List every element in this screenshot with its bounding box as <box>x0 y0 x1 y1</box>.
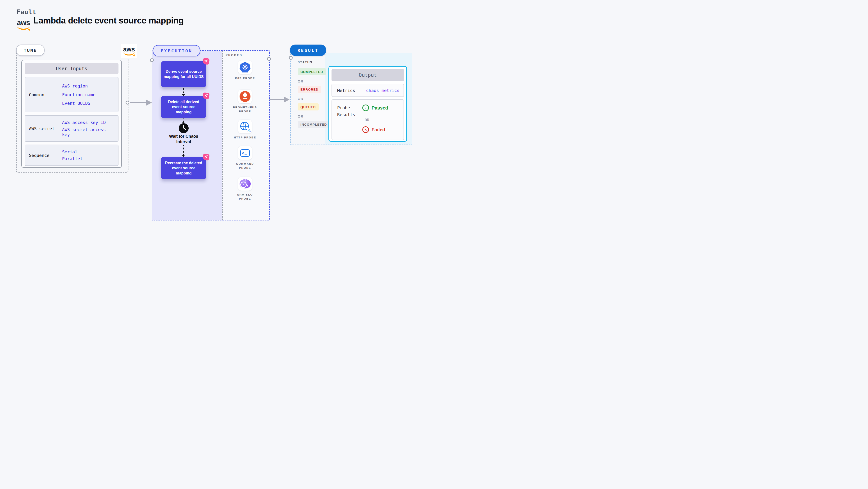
result-badge: RESULT <box>290 44 326 56</box>
probe-results-label: Probe Results <box>337 104 355 118</box>
arrow-head <box>146 99 152 106</box>
user-input-row-common: Common AWS region Function name Event UU… <box>25 77 119 112</box>
passed-label: Passed <box>372 105 388 111</box>
row-label: AWS secret <box>25 116 62 141</box>
probe-card <box>238 90 252 103</box>
srm-slo-icon <box>240 179 251 188</box>
arrow-execution-to-result <box>270 99 284 100</box>
chaos-flag-icon <box>203 153 210 160</box>
connector-port <box>126 101 129 104</box>
chaos-flag-icon <box>203 92 210 99</box>
connector-port <box>150 58 154 62</box>
probe-results-row: Probe Results ✓ Passed OR ✕ Failed <box>332 99 404 140</box>
flow-connector <box>183 145 184 155</box>
status-badge-incompleted: INCOMPLETED <box>298 121 330 128</box>
prometheus-icon <box>240 91 250 102</box>
link-aws-region[interactable]: AWS region <box>62 84 88 88</box>
check-circle-icon: ✓ <box>362 104 369 111</box>
output-box: Output Metrics chaos metrics Probe Resul… <box>329 66 407 142</box>
output-header: Output <box>332 69 404 81</box>
or-separator: OR <box>298 97 304 101</box>
or-separator: OR <box>298 114 304 118</box>
row-label: Common <box>25 77 62 112</box>
probe-label: K8S PROBE <box>235 76 255 80</box>
link-serial[interactable]: Serial <box>62 149 78 154</box>
probe-prometheus: PROMETHEUS PROBE <box>225 90 265 113</box>
probe-result-passed: ✓ Passed <box>362 104 388 111</box>
status-title: STATUS <box>298 61 313 64</box>
step-text: Recreate the deleted event source mappin… <box>165 160 203 176</box>
kubernetes-icon: ☸ <box>240 62 250 73</box>
probe-label: HTTP PROBE <box>234 135 256 140</box>
probe-label: SRM SLO PROBE <box>237 193 253 201</box>
link-parallel[interactable]: Parallel <box>62 156 83 161</box>
probe-k8s: ☸ K8S PROBE <box>225 60 265 80</box>
flow-connector <box>183 119 184 122</box>
probe-card: ⚠ <box>238 120 252 133</box>
status-badge-completed: COMPLETED <box>298 68 326 75</box>
execution-badge: EXECUTION <box>153 45 200 56</box>
fault-kicker: Fault <box>17 8 36 16</box>
user-inputs-header: User Inputs <box>25 63 119 74</box>
user-input-row-sequence: Sequence Serial Parallel <box>25 145 119 166</box>
probe-label: PROMETHEUS PROBE <box>233 105 257 113</box>
status-badge-errored: ERRORED <box>298 86 321 93</box>
tune-badge: TUNE <box>16 44 44 56</box>
probe-card: >_ <box>238 146 252 160</box>
aws-logo: aws <box>16 20 31 30</box>
probe-result-failed: ✕ Failed <box>362 126 385 133</box>
clock-icon <box>179 123 189 133</box>
link-event-uuids[interactable]: Event UUIDS <box>62 101 90 106</box>
step-delete-event-source-mapping: Delete all derived event source mapping <box>161 96 206 118</box>
aws-logo-tune-corner: aws <box>121 43 137 58</box>
chaos-metrics-link[interactable]: chaos metrics <box>366 88 400 93</box>
probe-card: ☸ <box>238 60 252 74</box>
aws-swoosh-icon <box>17 25 30 30</box>
status-badge-queued: QUEUED <box>298 103 319 111</box>
link-aws-access-key-id[interactable]: AWS access key ID <box>62 120 106 125</box>
probe-card <box>238 177 252 190</box>
page-title: Lambda delete event source mapping <box>33 16 184 26</box>
http-globe-icon: ⚠ <box>240 121 250 132</box>
link-function-name[interactable]: Function name <box>62 92 95 97</box>
flow-connector-arrowhead <box>182 155 185 157</box>
or-separator: OR <box>298 79 304 83</box>
step-derive-event-source-mapping: Derive event source mapping for all UUID… <box>161 61 206 87</box>
flow-connector <box>183 88 184 94</box>
user-input-row-aws-secret: AWS secret AWS access key ID AWS secret … <box>25 115 119 142</box>
metrics-row: Metrics chaos metrics <box>332 84 404 97</box>
probe-label: COMMAND PROBE <box>236 162 254 170</box>
link-aws-secret-access-key[interactable]: AWS secret access key <box>62 127 106 137</box>
probes-title: PROBES <box>225 54 242 57</box>
step-text: Derive event source mapping for all UUID… <box>164 69 204 79</box>
failed-label: Failed <box>372 127 385 132</box>
row-label: Sequence <box>25 145 62 165</box>
step-text: Delete all derived event source mapping <box>168 99 199 115</box>
warning-icon: ⚠ <box>247 128 251 133</box>
x-circle-icon: ✕ <box>362 126 369 133</box>
step-recreate-event-source-mapping: Recreate the deleted event source mappin… <box>161 157 206 179</box>
chaos-flag-icon <box>203 58 210 65</box>
user-inputs-card: User Inputs Common AWS region Function n… <box>21 60 122 168</box>
aws-swoosh-icon <box>123 52 134 56</box>
diagram-canvas: Fault aws Lambda delete event source map… <box>0 0 434 245</box>
connector-port <box>289 56 293 60</box>
or-separator: OR <box>365 118 369 122</box>
probe-http: ⚠ HTTP PROBE <box>225 120 265 140</box>
terminal-icon: >_ <box>240 149 250 157</box>
wait-for-chaos-interval-label: Wait for Chaos Interval <box>161 134 206 145</box>
arrow-tune-to-execution <box>130 102 146 103</box>
metrics-label: Metrics <box>337 88 355 93</box>
arrow-head <box>284 96 289 103</box>
probe-srm-slo: SRM SLO PROBE <box>225 177 265 201</box>
connector-port <box>267 57 271 61</box>
probe-command: >_ COMMAND PROBE <box>225 146 265 170</box>
